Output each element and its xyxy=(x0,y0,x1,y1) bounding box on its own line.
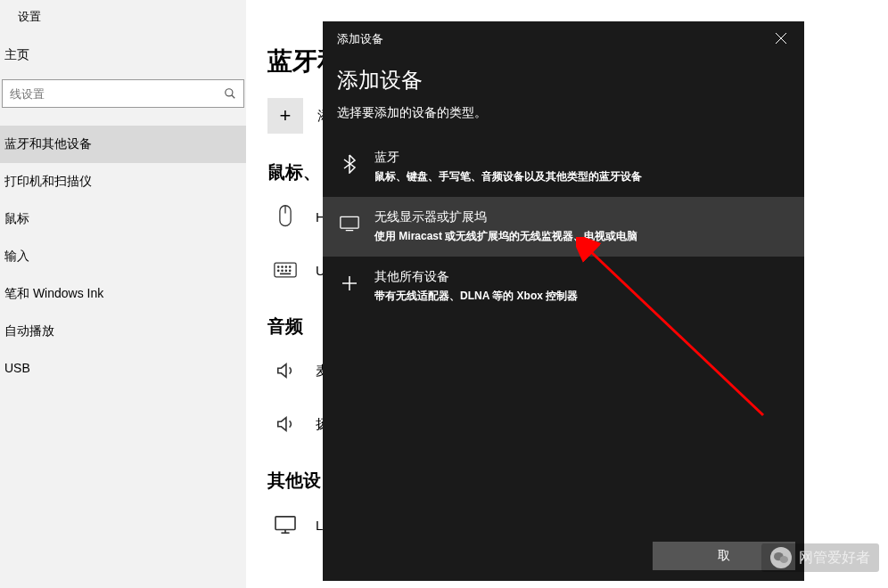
sidebar-item-bluetooth[interactable]: 蓝牙和其他设备 xyxy=(0,126,246,163)
sidebar-item-mouse[interactable]: 鼠标 xyxy=(0,200,246,238)
svg-point-5 xyxy=(278,266,279,267)
svg-rect-21 xyxy=(341,216,358,228)
watermark-text: 网管爱好者 xyxy=(799,549,870,568)
option-text: 其他所有设备 带有无线适配器、DLNA 等的 Xbox 控制器 xyxy=(374,269,790,304)
speaker-icon xyxy=(267,406,303,442)
sidebar-item-typing[interactable]: 输入 xyxy=(0,238,246,275)
option-desc: 使用 Miracast 或无线扩展坞的无线监视器、电视或电脑 xyxy=(374,229,790,244)
svg-line-1 xyxy=(232,95,235,99)
option-title: 无线显示器或扩展坞 xyxy=(374,209,790,225)
sidebar-item-printers[interactable]: 打印机和扫描仪 xyxy=(0,163,246,200)
svg-point-7 xyxy=(285,266,286,267)
search-input[interactable] xyxy=(3,82,217,106)
home-link[interactable]: 主页 xyxy=(0,38,246,72)
svg-point-11 xyxy=(285,270,286,271)
option-desc: 带有无线适配器、DLNA 等的 Xbox 控制器 xyxy=(374,289,790,304)
bluetooth-icon xyxy=(337,150,362,178)
option-title: 其他所有设备 xyxy=(374,269,790,285)
option-title: 蓝牙 xyxy=(374,150,790,166)
mouse-icon xyxy=(267,199,303,234)
dialog-subtitle: 选择要添加的设备的类型。 xyxy=(323,102,804,137)
keyboard-icon xyxy=(267,252,303,288)
svg-point-28 xyxy=(780,556,788,563)
search-box[interactable] xyxy=(2,79,244,108)
svg-point-6 xyxy=(282,266,283,267)
watermark: 网管爱好者 xyxy=(761,543,879,572)
dialog-option-wireless-display[interactable]: 无线显示器或扩展坞 使用 Miracast 或无线扩展坞的无线监视器、电视或电脑 xyxy=(323,197,804,257)
sidebar-item-pen[interactable]: 笔和 Windows Ink xyxy=(0,275,246,313)
sidebar-item-autoplay[interactable]: 自动播放 xyxy=(0,313,246,350)
dialog-header: 添加设备 xyxy=(323,21,804,55)
dialog-title: 添加设备 xyxy=(323,55,804,102)
svg-point-8 xyxy=(290,266,291,267)
svg-point-12 xyxy=(290,270,291,271)
display-icon xyxy=(337,209,362,238)
add-device-plus-icon[interactable]: + xyxy=(267,98,303,134)
settings-title: 设置 xyxy=(0,4,246,38)
wechat-icon xyxy=(770,547,792,568)
option-text: 无线显示器或扩展坞 使用 Miracast 或无线扩展坞的无线监视器、电视或电脑 xyxy=(374,209,790,244)
search-icon[interactable] xyxy=(217,87,243,100)
option-text: 蓝牙 鼠标、键盘、手写笔、音频设备以及其他类型的蓝牙设备 xyxy=(374,150,790,184)
svg-point-0 xyxy=(226,89,233,96)
svg-marker-15 xyxy=(278,418,286,431)
svg-point-9 xyxy=(278,270,279,271)
svg-point-10 xyxy=(282,270,283,271)
dialog-option-everything-else[interactable]: 其他所有设备 带有无线适配器、DLNA 等的 Xbox 控制器 xyxy=(323,257,804,316)
dialog-option-bluetooth[interactable]: 蓝牙 鼠标、键盘、手写笔、音频设备以及其他类型的蓝牙设备 xyxy=(323,137,804,197)
option-desc: 鼠标、键盘、手写笔、音频设备以及其他类型的蓝牙设备 xyxy=(374,169,790,184)
speaker-icon xyxy=(267,353,303,388)
svg-rect-16 xyxy=(275,517,295,530)
svg-marker-14 xyxy=(278,364,286,378)
dialog-header-title: 添加设备 xyxy=(337,31,383,47)
add-device-dialog: 添加设备 添加设备 选择要添加的设备的类型。 蓝牙 鼠标、键盘、手写笔、音频设备… xyxy=(323,21,804,581)
monitor-icon xyxy=(267,507,303,543)
close-icon[interactable] xyxy=(770,30,792,48)
sidebar-item-usb[interactable]: USB xyxy=(0,350,246,386)
plus-icon xyxy=(337,269,362,298)
settings-sidebar: 设置 主页 蓝牙和其他设备 打印机和扫描仪 鼠标 输入 笔和 Windows I… xyxy=(0,0,246,588)
